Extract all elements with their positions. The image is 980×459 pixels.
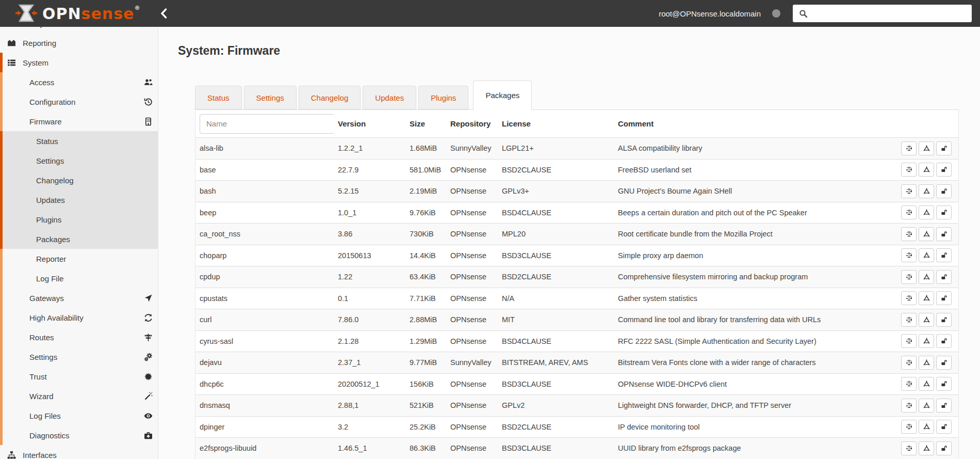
sidebar-item-firmware[interactable]: Firmware xyxy=(0,112,158,131)
reinstall-button[interactable] xyxy=(919,441,934,455)
license-button[interactable] xyxy=(901,141,917,155)
lock-button[interactable] xyxy=(936,227,952,241)
cell-size: 2.19MiB xyxy=(405,187,446,195)
tab-updates[interactable]: Updates xyxy=(363,86,416,109)
reinstall-button[interactable] xyxy=(919,184,934,198)
sidebar-item-configuration[interactable]: Configuration xyxy=(0,92,158,112)
sidebar-item-diagnostics[interactable]: Diagnostics xyxy=(0,425,158,445)
reinstall-button[interactable] xyxy=(919,377,934,391)
lock-button[interactable] xyxy=(936,420,952,434)
lock-button[interactable] xyxy=(936,334,952,348)
table-row: ca_root_nss3.86730KiBOPNsenseMPL20Root c… xyxy=(195,223,958,245)
reinstall-button[interactable] xyxy=(919,291,934,305)
cell-comment: FreeBSD userland set xyxy=(614,166,897,174)
sidebar-item-gateways[interactable]: Gateways xyxy=(0,288,158,308)
lock-button[interactable] xyxy=(936,313,952,327)
cell-version: 5.2.15 xyxy=(334,187,405,195)
opnsense-logo[interactable]: OPNsense® xyxy=(15,4,140,23)
sidebar-item-log-files[interactable]: Log Files xyxy=(0,406,158,425)
recycle-icon xyxy=(923,188,930,195)
logged-in-user[interactable]: root@OPNsense.localdomain xyxy=(659,9,761,18)
lock-button[interactable] xyxy=(936,184,952,198)
license-button[interactable] xyxy=(901,399,917,413)
reinstall-button[interactable] xyxy=(919,313,934,327)
cell-name: beep xyxy=(195,209,334,217)
sitemap-icon xyxy=(7,451,16,459)
column-header-version: Version xyxy=(334,119,405,128)
license-button[interactable] xyxy=(901,270,917,284)
sidebar-item-settings[interactable]: Settings xyxy=(0,151,158,170)
license-button[interactable] xyxy=(901,248,917,262)
license-button[interactable] xyxy=(901,291,917,305)
package-name-filter-input[interactable] xyxy=(200,114,334,134)
reinstall-button[interactable] xyxy=(919,420,934,434)
sidebar-item-system[interactable]: System xyxy=(0,53,158,72)
table-row: cpdup1.2263.4KiBOPNsenseBSD2CLAUSECompre… xyxy=(195,266,958,288)
tab-plugins[interactable]: Plugins xyxy=(418,86,468,109)
sidebar-item-updates[interactable]: Updates xyxy=(0,190,158,210)
reinstall-button[interactable] xyxy=(919,163,934,177)
sidebar-item-reporter[interactable]: Reporter xyxy=(0,249,158,268)
sidebar-item-status[interactable]: Status xyxy=(0,131,158,151)
unlock-icon xyxy=(941,316,948,323)
license-button[interactable] xyxy=(901,441,917,455)
reinstall-button[interactable] xyxy=(919,334,934,348)
table-row: dnsmasq2.88,1521KiBOPNsenseGPLv2Lightwei… xyxy=(195,394,958,416)
sidebar-item-routes[interactable]: Routes xyxy=(0,327,158,347)
lock-button[interactable] xyxy=(936,163,952,177)
sidebar-item-interfaces[interactable]: Interfaces xyxy=(0,445,158,459)
sidebar-item-log-file[interactable]: Log File xyxy=(0,268,158,288)
sidebar-item-wizard[interactable]: Wizard xyxy=(0,386,158,406)
license-button[interactable] xyxy=(901,163,917,177)
global-search-input[interactable] xyxy=(813,5,972,22)
lock-button[interactable] xyxy=(936,141,952,155)
cell-comment: UUID library from e2fsprogs package xyxy=(614,444,897,452)
tab-settings[interactable]: Settings xyxy=(244,86,297,109)
license-button[interactable] xyxy=(901,205,917,219)
sidebar-item-high-availability[interactable]: High Availability xyxy=(0,308,158,327)
reinstall-button[interactable] xyxy=(919,399,934,413)
sidebar-item-changelog[interactable]: Changelog xyxy=(0,170,158,190)
lock-button[interactable] xyxy=(936,356,952,370)
sidebar-item-reporting[interactable]: Reporting xyxy=(0,33,158,53)
lock-button[interactable] xyxy=(936,291,952,305)
reinstall-button[interactable] xyxy=(919,270,934,284)
cell-version: 2.88,1 xyxy=(334,401,405,409)
license-button[interactable] xyxy=(901,356,917,370)
reinstall-button[interactable] xyxy=(919,141,934,155)
license-button[interactable] xyxy=(901,227,917,241)
column-header-license: License xyxy=(498,119,614,128)
reinstall-button[interactable] xyxy=(919,356,934,370)
sidebar-item-packages[interactable]: Packages xyxy=(0,229,158,249)
reinstall-button[interactable] xyxy=(919,248,934,262)
lock-button[interactable] xyxy=(936,441,952,455)
table-row: dpinger3.225.2KiBOPNsenseBSD2CLAUSEIP de… xyxy=(195,416,958,438)
sidebar-item-label: High Availability xyxy=(29,313,84,322)
lock-button[interactable] xyxy=(936,205,952,219)
reinstall-button[interactable] xyxy=(919,205,934,219)
balance-scale-icon xyxy=(906,338,912,344)
lock-button[interactable] xyxy=(936,270,952,284)
sidebar-item-trust[interactable]: Trust xyxy=(0,367,158,386)
tab-packages[interactable]: Packages xyxy=(473,81,532,110)
sidebar-item-access[interactable]: Access xyxy=(0,72,158,92)
sidebar-item-settings[interactable]: Settings xyxy=(0,347,158,367)
opnsense-hourglass-icon xyxy=(15,4,37,23)
tab-changelog[interactable]: Changelog xyxy=(299,86,361,109)
lock-button[interactable] xyxy=(936,377,952,391)
sidebar-item-plugins[interactable]: Plugins xyxy=(0,210,158,229)
tab-status[interactable]: Status xyxy=(195,86,242,109)
license-button[interactable] xyxy=(901,420,917,434)
license-button[interactable] xyxy=(901,184,917,198)
cell-version: 1.2.2_1 xyxy=(334,144,405,152)
license-button[interactable] xyxy=(901,334,917,348)
sidebar-collapse-chevron-icon[interactable] xyxy=(160,8,167,19)
reinstall-button[interactable] xyxy=(919,227,934,241)
cell-comment: ALSA compatibility library xyxy=(614,144,897,152)
lock-button[interactable] xyxy=(936,248,952,262)
license-button[interactable] xyxy=(901,377,917,391)
license-button[interactable] xyxy=(901,313,917,327)
unlock-icon xyxy=(941,445,948,452)
sidebar-item-lobby[interactable]: Lobby xyxy=(0,27,158,33)
lock-button[interactable] xyxy=(936,399,952,413)
